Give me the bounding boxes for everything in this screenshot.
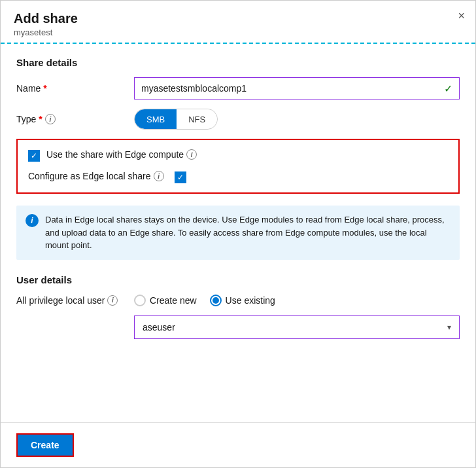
dialog-subtitle: myasetest	[14, 27, 462, 37]
create-new-radio[interactable]	[134, 295, 146, 306]
edge-local-label: Configure as Edge local share i	[28, 171, 164, 181]
edge-compute-row: ✓ Use the share with Edge compute i	[28, 149, 448, 162]
edge-local-checkbox[interactable]: ✓	[175, 171, 186, 183]
name-input[interactable]: myasetestsmblocalcomp1 ✓	[134, 77, 460, 99]
add-share-dialog: Add share myasetest × Share details Name…	[0, 0, 476, 468]
type-row: Type * i SMB NFS	[16, 109, 460, 130]
create-button[interactable]: Create	[16, 433, 74, 457]
close-button[interactable]: ×	[458, 10, 465, 22]
edge-compute-label: Use the share with Edge compute i	[46, 149, 197, 160]
dialog-body: Share details Name * myasetestsmblocalco…	[1, 44, 475, 422]
use-existing-option[interactable]: Use existing	[210, 295, 275, 306]
type-required-star: *	[39, 114, 42, 124]
edge-compute-checkmark: ✓	[31, 152, 37, 160]
info-banner-icon: i	[26, 214, 39, 227]
privilege-row: All privilege local user i Create new Us…	[16, 295, 460, 306]
name-required-star: *	[43, 83, 46, 94]
name-label: Name *	[16, 83, 134, 94]
dialog-header: Add share myasetest ×	[1, 1, 475, 44]
edge-compute-info-icon[interactable]: i	[186, 149, 197, 160]
info-banner: i Data in Edge local shares stays on the…	[16, 206, 460, 260]
use-existing-radio-dot	[212, 297, 219, 304]
dropdown-value: aseuser	[143, 322, 175, 333]
smb-toggle[interactable]: SMB	[135, 109, 177, 129]
edge-local-checkmark: ✓	[177, 173, 184, 181]
dialog-title: Add share	[14, 11, 462, 26]
user-dropdown[interactable]: aseuser ▾	[134, 315, 460, 339]
edge-compute-checkbox[interactable]: ✓	[28, 150, 40, 162]
use-existing-radio[interactable]	[210, 295, 222, 306]
edge-local-row: Configure as Edge local share i ✓	[28, 171, 448, 183]
nfs-toggle[interactable]: NFS	[177, 109, 217, 129]
type-info-icon[interactable]: i	[45, 114, 56, 124]
share-details-title: Share details	[16, 57, 460, 68]
name-value: myasetestsmblocalcomp1	[141, 83, 246, 94]
edge-local-info-icon[interactable]: i	[154, 171, 164, 181]
name-row: Name * myasetestsmblocalcomp1 ✓	[16, 77, 460, 99]
privilege-label: All privilege local user i	[16, 295, 134, 306]
edge-compute-box: ✓ Use the share with Edge compute i Conf…	[16, 139, 460, 194]
dialog-footer: Create	[1, 422, 475, 467]
type-toggle-group: SMB NFS	[134, 109, 218, 130]
dropdown-arrow-icon: ▾	[447, 323, 451, 332]
privilege-info-icon[interactable]: i	[107, 295, 118, 306]
info-banner-text: Data in Edge local shares stays on the d…	[45, 213, 450, 252]
create-new-option[interactable]: Create new	[134, 295, 197, 306]
use-existing-label: Use existing	[226, 295, 275, 306]
user-details-title: User details	[16, 274, 460, 285]
valid-checkmark: ✓	[444, 82, 452, 95]
create-new-label: Create new	[150, 295, 197, 306]
type-label: Type * i	[16, 114, 134, 124]
radio-group: Create new Use existing	[134, 295, 275, 306]
